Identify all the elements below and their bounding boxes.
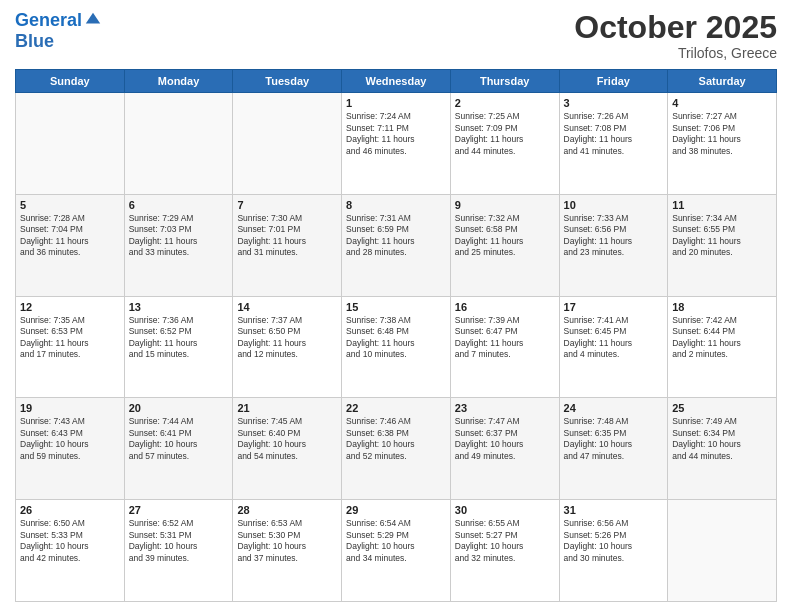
col-monday: Monday [124,70,233,93]
day-number: 20 [129,402,229,414]
calendar-week-row: 26Sunrise: 6:50 AM Sunset: 5:33 PM Dayli… [16,500,777,602]
day-number: 30 [455,504,555,516]
day-number: 24 [564,402,664,414]
table-row: 9Sunrise: 7:32 AM Sunset: 6:58 PM Daylig… [450,194,559,296]
day-info: Sunrise: 7:25 AM Sunset: 7:09 PM Dayligh… [455,111,555,157]
table-row: 15Sunrise: 7:38 AM Sunset: 6:48 PM Dayli… [342,296,451,398]
day-number: 15 [346,301,446,313]
day-info: Sunrise: 6:54 AM Sunset: 5:29 PM Dayligh… [346,518,446,564]
calendar-table: Sunday Monday Tuesday Wednesday Thursday… [15,69,777,602]
logo-text: General [15,11,82,31]
svg-marker-0 [86,13,100,24]
table-row: 23Sunrise: 7:47 AM Sunset: 6:37 PM Dayli… [450,398,559,500]
day-number: 28 [237,504,337,516]
day-info: Sunrise: 6:52 AM Sunset: 5:31 PM Dayligh… [129,518,229,564]
day-number: 1 [346,97,446,109]
day-number: 16 [455,301,555,313]
table-row: 17Sunrise: 7:41 AM Sunset: 6:45 PM Dayli… [559,296,668,398]
calendar-week-row: 19Sunrise: 7:43 AM Sunset: 6:43 PM Dayli… [16,398,777,500]
day-number: 11 [672,199,772,211]
day-number: 25 [672,402,772,414]
day-number: 17 [564,301,664,313]
table-row: 5Sunrise: 7:28 AM Sunset: 7:04 PM Daylig… [16,194,125,296]
day-number: 18 [672,301,772,313]
day-info: Sunrise: 7:34 AM Sunset: 6:55 PM Dayligh… [672,213,772,259]
day-number: 2 [455,97,555,109]
day-info: Sunrise: 7:35 AM Sunset: 6:53 PM Dayligh… [20,315,120,361]
logo-icon [84,10,102,28]
col-wednesday: Wednesday [342,70,451,93]
day-number: 22 [346,402,446,414]
table-row: 6Sunrise: 7:29 AM Sunset: 7:03 PM Daylig… [124,194,233,296]
col-sunday: Sunday [16,70,125,93]
day-number: 8 [346,199,446,211]
title-block: October 2025 Trilofos, Greece [574,10,777,61]
day-info: Sunrise: 7:37 AM Sunset: 6:50 PM Dayligh… [237,315,337,361]
table-row: 16Sunrise: 7:39 AM Sunset: 6:47 PM Dayli… [450,296,559,398]
table-row: 21Sunrise: 7:45 AM Sunset: 6:40 PM Dayli… [233,398,342,500]
day-info: Sunrise: 7:26 AM Sunset: 7:08 PM Dayligh… [564,111,664,157]
table-row: 31Sunrise: 6:56 AM Sunset: 5:26 PM Dayli… [559,500,668,602]
table-row [16,93,125,195]
day-number: 21 [237,402,337,414]
month-title: October 2025 [574,10,777,45]
day-number: 14 [237,301,337,313]
day-number: 5 [20,199,120,211]
day-number: 9 [455,199,555,211]
table-row: 8Sunrise: 7:31 AM Sunset: 6:59 PM Daylig… [342,194,451,296]
day-number: 29 [346,504,446,516]
day-info: Sunrise: 7:49 AM Sunset: 6:34 PM Dayligh… [672,416,772,462]
table-row: 30Sunrise: 6:55 AM Sunset: 5:27 PM Dayli… [450,500,559,602]
day-number: 7 [237,199,337,211]
table-row [124,93,233,195]
table-row: 19Sunrise: 7:43 AM Sunset: 6:43 PM Dayli… [16,398,125,500]
calendar-week-row: 5Sunrise: 7:28 AM Sunset: 7:04 PM Daylig… [16,194,777,296]
day-info: Sunrise: 7:45 AM Sunset: 6:40 PM Dayligh… [237,416,337,462]
day-info: Sunrise: 7:41 AM Sunset: 6:45 PM Dayligh… [564,315,664,361]
table-row: 1Sunrise: 7:24 AM Sunset: 7:11 PM Daylig… [342,93,451,195]
day-info: Sunrise: 7:39 AM Sunset: 6:47 PM Dayligh… [455,315,555,361]
location-subtitle: Trilofos, Greece [574,45,777,61]
logo: General Blue [15,10,102,52]
table-row: 13Sunrise: 7:36 AM Sunset: 6:52 PM Dayli… [124,296,233,398]
day-info: Sunrise: 6:53 AM Sunset: 5:30 PM Dayligh… [237,518,337,564]
day-info: Sunrise: 7:42 AM Sunset: 6:44 PM Dayligh… [672,315,772,361]
col-friday: Friday [559,70,668,93]
day-info: Sunrise: 7:48 AM Sunset: 6:35 PM Dayligh… [564,416,664,462]
day-number: 10 [564,199,664,211]
day-number: 26 [20,504,120,516]
table-row: 27Sunrise: 6:52 AM Sunset: 5:31 PM Dayli… [124,500,233,602]
day-info: Sunrise: 7:31 AM Sunset: 6:59 PM Dayligh… [346,213,446,259]
day-info: Sunrise: 7:36 AM Sunset: 6:52 PM Dayligh… [129,315,229,361]
day-info: Sunrise: 7:43 AM Sunset: 6:43 PM Dayligh… [20,416,120,462]
day-info: Sunrise: 7:44 AM Sunset: 6:41 PM Dayligh… [129,416,229,462]
day-info: Sunrise: 7:33 AM Sunset: 6:56 PM Dayligh… [564,213,664,259]
day-info: Sunrise: 7:29 AM Sunset: 7:03 PM Dayligh… [129,213,229,259]
day-number: 12 [20,301,120,313]
day-info: Sunrise: 7:32 AM Sunset: 6:58 PM Dayligh… [455,213,555,259]
day-number: 3 [564,97,664,109]
day-info: Sunrise: 6:50 AM Sunset: 5:33 PM Dayligh… [20,518,120,564]
day-info: Sunrise: 6:56 AM Sunset: 5:26 PM Dayligh… [564,518,664,564]
table-row: 7Sunrise: 7:30 AM Sunset: 7:01 PM Daylig… [233,194,342,296]
day-info: Sunrise: 6:55 AM Sunset: 5:27 PM Dayligh… [455,518,555,564]
table-row: 18Sunrise: 7:42 AM Sunset: 6:44 PM Dayli… [668,296,777,398]
day-number: 4 [672,97,772,109]
table-row: 26Sunrise: 6:50 AM Sunset: 5:33 PM Dayli… [16,500,125,602]
day-info: Sunrise: 7:47 AM Sunset: 6:37 PM Dayligh… [455,416,555,462]
table-row: 29Sunrise: 6:54 AM Sunset: 5:29 PM Dayli… [342,500,451,602]
table-row: 14Sunrise: 7:37 AM Sunset: 6:50 PM Dayli… [233,296,342,398]
table-row: 11Sunrise: 7:34 AM Sunset: 6:55 PM Dayli… [668,194,777,296]
day-number: 23 [455,402,555,414]
table-row: 25Sunrise: 7:49 AM Sunset: 6:34 PM Dayli… [668,398,777,500]
table-row: 12Sunrise: 7:35 AM Sunset: 6:53 PM Dayli… [16,296,125,398]
day-info: Sunrise: 7:28 AM Sunset: 7:04 PM Dayligh… [20,213,120,259]
calendar-header-row: Sunday Monday Tuesday Wednesday Thursday… [16,70,777,93]
header: General Blue October 2025 Trilofos, Gree… [15,10,777,61]
day-info: Sunrise: 7:30 AM Sunset: 7:01 PM Dayligh… [237,213,337,259]
table-row: 2Sunrise: 7:25 AM Sunset: 7:09 PM Daylig… [450,93,559,195]
table-row: 4Sunrise: 7:27 AM Sunset: 7:06 PM Daylig… [668,93,777,195]
day-info: Sunrise: 7:46 AM Sunset: 6:38 PM Dayligh… [346,416,446,462]
table-row: 10Sunrise: 7:33 AM Sunset: 6:56 PM Dayli… [559,194,668,296]
table-row: 22Sunrise: 7:46 AM Sunset: 6:38 PM Dayli… [342,398,451,500]
